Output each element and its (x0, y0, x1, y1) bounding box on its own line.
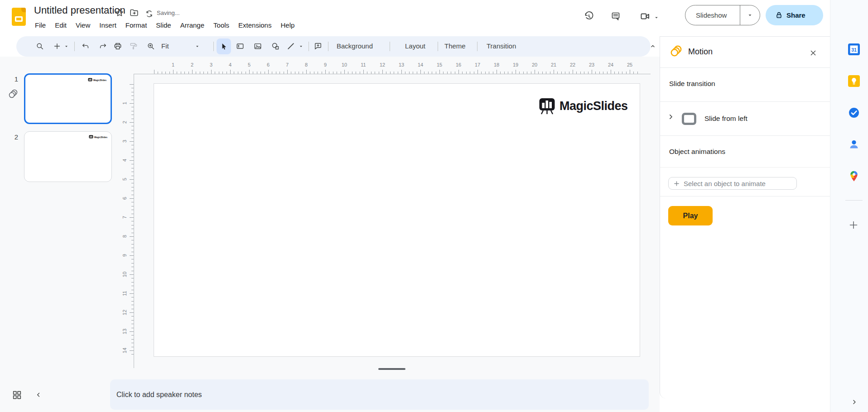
menu-format[interactable]: Format (125, 21, 148, 29)
paint-format-icon[interactable] (127, 39, 140, 53)
zoom-in-icon[interactable] (144, 39, 158, 53)
logo-fold (21, 8, 26, 12)
lock-icon (775, 11, 783, 19)
magicslides-logo[interactable]: MagicSlides (539, 97, 628, 115)
panel-divider (660, 196, 830, 196)
menu-tools[interactable]: Tools (212, 21, 230, 29)
horizontal-ruler: 1234567891011121314151617181920212223242… (154, 63, 643, 74)
menu-file[interactable]: File (34, 21, 47, 29)
menu-slide[interactable]: Slide (155, 21, 172, 29)
slide-transition-indicator-icon[interactable] (8, 89, 18, 99)
play-button[interactable]: Play (668, 206, 713, 225)
chevron-left-icon[interactable] (34, 391, 43, 399)
redo-icon[interactable] (96, 39, 110, 53)
slideshow-button[interactable]: Slideshow (685, 5, 760, 25)
collapse-toolbar-icon[interactable] (646, 39, 660, 53)
share-label: Share (786, 11, 805, 19)
background-button[interactable]: Background (337, 42, 373, 50)
theme-button[interactable]: Theme (444, 42, 466, 50)
select-object-label: Select an object to animate (684, 180, 766, 187)
select-object-to-animate-button[interactable]: Select an object to animate (668, 177, 797, 190)
share-button[interactable]: Share (766, 5, 823, 25)
undo-icon[interactable] (79, 39, 92, 53)
move-to-folder-icon[interactable] (129, 7, 140, 18)
slide-canvas[interactable]: MagicSlides (154, 83, 640, 357)
insert-line-icon[interactable] (284, 39, 298, 53)
toolbar-divider (74, 42, 75, 51)
slide-thumbnail-2[interactable]: MagicSlides (24, 131, 112, 182)
object-animations-header: Object animations (669, 148, 725, 156)
tasks-icon[interactable] (848, 107, 860, 119)
show-side-panel-icon[interactable] (850, 398, 858, 406)
menu-edit[interactable]: Edit (54, 21, 68, 29)
comments-icon[interactable] (610, 11, 621, 22)
transition-value[interactable]: Slide from left (704, 115, 747, 123)
toolbar-divider (309, 42, 309, 51)
star-icon[interactable] (114, 7, 125, 18)
panel-divider (660, 101, 830, 102)
menu-insert[interactable]: Insert (98, 21, 117, 29)
side-panel-divider (845, 200, 863, 201)
google-slides-logo[interactable] (12, 8, 26, 26)
insert-image-icon[interactable] (251, 39, 265, 53)
motion-rings-icon (670, 45, 682, 59)
thumbnail-logo: MagicSlides (89, 135, 107, 139)
toolbar-divider (390, 42, 390, 51)
sync-icon[interactable] (144, 8, 154, 19)
keep-icon[interactable] (848, 75, 860, 87)
contacts-icon[interactable] (848, 139, 860, 150)
slideshow-label: Slideshow (685, 11, 740, 19)
menu-bar: FileEditViewInsertFormatSlideArrangeTool… (34, 21, 295, 29)
ruler-baseline (134, 74, 651, 74)
slide-transition-header: Slide transition (669, 80, 715, 88)
speaker-notes-input[interactable]: Click to add speaker notes (110, 379, 649, 410)
version-history-icon[interactable] (583, 11, 594, 22)
magicslides-logo-icon (539, 97, 555, 115)
get-addons-icon[interactable] (848, 220, 859, 230)
toolbar-divider (328, 42, 328, 51)
expand-transition-chevron-icon[interactable] (666, 112, 675, 121)
calendar-icon[interactable]: 31 (848, 43, 860, 55)
menu-help[interactable]: Help (280, 21, 295, 29)
slide-thumbnail-1[interactable]: MagicSlides (24, 73, 112, 124)
zoom-fit-select[interactable]: Fit (161, 42, 169, 50)
panel-title: Motion (688, 47, 713, 57)
logo-slide-bar (15, 16, 23, 22)
toolbar-divider (213, 42, 214, 51)
panel-divider (660, 167, 830, 168)
text-box-icon[interactable] (233, 39, 247, 53)
toolbar-divider (477, 42, 477, 51)
meet-camera-icon[interactable] (640, 11, 651, 22)
google-side-panel (830, 0, 868, 412)
toolbar-divider (438, 42, 438, 51)
menu-arrange[interactable]: Arrange (179, 21, 205, 29)
motion-panel: Motion Slide transition Slide from left … (660, 36, 830, 398)
grid-view-icon[interactable] (11, 389, 23, 401)
menu-extensions[interactable]: Extensions (237, 21, 272, 29)
select-cursor-icon[interactable] (217, 38, 231, 54)
search-icon[interactable] (33, 39, 47, 53)
vertical-ruler: 1234567891011121314 (123, 84, 134, 358)
transition-button[interactable]: Transition (487, 42, 516, 50)
document-title[interactable]: Untitled presentation (34, 5, 125, 16)
slideshow-dropdown-icon[interactable] (740, 12, 760, 18)
meet-dropdown-icon[interactable] (654, 14, 659, 22)
line-dropdown-icon[interactable] (297, 39, 305, 53)
svg-text:31: 31 (851, 47, 857, 53)
horizontal-scrollbar[interactable] (378, 368, 405, 370)
print-icon[interactable] (111, 39, 125, 53)
insert-shape-icon[interactable] (269, 39, 282, 53)
new-slide-dropdown-icon[interactable] (62, 39, 70, 53)
panel-divider (660, 67, 830, 68)
menu-view[interactable]: View (75, 21, 91, 29)
speaker-notes-placeholder: Click to add speaker notes (116, 391, 202, 399)
saving-status: Saving... (157, 10, 180, 16)
maps-icon[interactable] (848, 170, 860, 182)
zoom-dropdown-icon[interactable] (193, 39, 201, 53)
insert-comment-icon[interactable] (311, 39, 325, 53)
layout-button[interactable]: Layout (405, 42, 425, 50)
close-icon[interactable] (809, 48, 818, 57)
slide-number: 1 (10, 75, 18, 83)
ruler-baseline (134, 74, 134, 368)
transition-type-icon (682, 113, 696, 125)
